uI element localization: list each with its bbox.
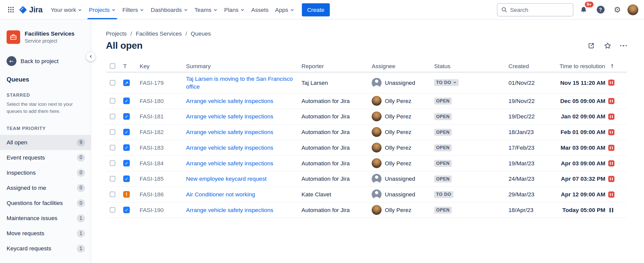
status-label: OPEN	[436, 208, 450, 212]
issue-summary-link[interactable]: Arrange vehicle safety inspections	[186, 128, 273, 136]
table-row: FASI-180 Arrange vehicle safety inspecti…	[106, 93, 627, 109]
back-to-project[interactable]: Back to project	[7, 56, 84, 66]
assignee-avatar	[372, 96, 382, 106]
issue-summary-link[interactable]: Arrange vehicle safety inspections	[186, 160, 273, 167]
issue-summary-link[interactable]: Taj Larsen is moving to the San Francisc…	[186, 75, 294, 90]
row-checkbox[interactable]	[110, 98, 116, 104]
issue-key: FASI-190	[140, 207, 164, 213]
topnav-item-label: Filters	[122, 6, 138, 13]
topnav-item-your-work[interactable]: Your work	[48, 0, 86, 19]
create-button[interactable]: Create	[302, 3, 330, 16]
status-lozenge[interactable]: OPEN	[434, 160, 452, 167]
share-export-button[interactable]	[587, 42, 595, 50]
time-to-resolution-value: Mar 03 09:00 AM	[561, 144, 605, 151]
queue-item-move-requests[interactable]: Move requests 1	[0, 226, 91, 241]
search-box[interactable]	[497, 3, 573, 16]
row-checkbox[interactable]	[110, 145, 116, 151]
back-arrow-icon	[7, 56, 16, 66]
queue-item-inspections[interactable]: Inspections 0	[0, 165, 91, 180]
column-header-created[interactable]: Created	[508, 63, 554, 69]
table-row: FASI-190 Arrange vehicle safety inspecti…	[106, 202, 627, 218]
issue-type-icon	[123, 191, 130, 198]
project-type: Service project	[25, 38, 74, 44]
time-to-resolution-value: Feb 01 09:00 AM	[561, 129, 605, 136]
topnav-item-plans[interactable]: Plans	[221, 0, 248, 19]
settings-button[interactable]: ⚙	[611, 3, 624, 16]
status-lozenge[interactable]: OPEN	[434, 175, 452, 182]
row-checkbox[interactable]	[110, 192, 116, 197]
row-checkbox[interactable]	[110, 114, 116, 119]
topnav-item-dashboards[interactable]: Dashboards	[147, 0, 191, 19]
row-checkbox[interactable]	[110, 207, 116, 213]
issue-key: FASI-181	[140, 113, 164, 120]
column-header-status[interactable]: Status	[434, 63, 508, 69]
topnav-item-assets[interactable]: Assets	[248, 0, 272, 19]
select-all-checkbox[interactable]	[110, 63, 116, 69]
issue-key: FASI-180	[140, 98, 164, 104]
time-to-resolution-value: Nov 15 11:20 AM	[560, 80, 606, 86]
sort-ascending-icon: ↑	[610, 63, 614, 69]
row-checkbox[interactable]	[110, 80, 116, 86]
time-to-resolution-value: Apr 12 09:00 AM	[561, 191, 605, 198]
help-button[interactable]	[594, 3, 607, 16]
queue-item-assigned-to-me[interactable]: Assigned to me 0	[0, 180, 91, 195]
status-lozenge[interactable]: OPEN	[434, 129, 452, 136]
column-header-key[interactable]: Key	[140, 63, 186, 69]
chevron-down-icon	[78, 8, 82, 12]
chevron-down-icon	[111, 8, 116, 12]
status-lozenge[interactable]: OPEN	[434, 97, 452, 104]
queue-item-label: Move requests	[7, 230, 44, 236]
queue-item-maintenance-issues[interactable]: Maintenance issues 1	[0, 211, 91, 226]
notifications-button[interactable]: 9+	[577, 3, 590, 16]
column-header-time-to-resolution[interactable]: Time to resolution ↑	[554, 63, 626, 69]
breadcrumb-item-queues[interactable]: Queues	[191, 30, 211, 37]
queue-item-keycard-requests[interactable]: Keycard requests 1	[0, 241, 91, 256]
queue-item-label: Inspections	[7, 169, 36, 176]
row-checkbox[interactable]	[110, 176, 116, 182]
status-lozenge[interactable]: OPEN	[434, 113, 452, 120]
star-button[interactable]	[604, 42, 611, 50]
issue-summary-link[interactable]: New employee keycard request	[186, 175, 267, 183]
search-input[interactable]	[510, 6, 569, 13]
status-label: OPEN	[436, 177, 450, 181]
column-header-type[interactable]: T	[122, 63, 140, 69]
topnav-item-apps[interactable]: Apps	[272, 0, 298, 19]
sla-icon	[608, 176, 614, 182]
column-header-summary[interactable]: Summary	[186, 63, 301, 69]
issue-type-icon	[123, 129, 130, 136]
project-sidebar: Facilities Services Service project Back…	[0, 20, 91, 263]
topnav-item-teams[interactable]: Teams	[191, 0, 221, 19]
sidebar-collapse-button[interactable]	[86, 52, 96, 62]
queue-item-event-requests[interactable]: Event requests 0	[0, 150, 91, 165]
more-actions-button[interactable]	[620, 43, 627, 48]
queue-item-questions-for-facilities[interactable]: Questions for facilities 0	[0, 195, 91, 211]
column-header-reporter[interactable]: Reporter	[301, 63, 372, 69]
status-lozenge[interactable]: OPEN	[434, 206, 452, 214]
column-header-assignee[interactable]: Assignee	[372, 63, 434, 69]
table-row: FASI-181 Arrange vehicle safety inspecti…	[106, 109, 627, 125]
queue-item-all-open[interactable]: All open 9	[0, 135, 91, 150]
row-checkbox[interactable]	[110, 129, 116, 135]
issue-summary-link[interactable]: Air Conditioner not working	[186, 191, 255, 198]
time-to-resolution-value: Apr 03 09:00 AM	[561, 160, 605, 167]
user-avatar[interactable]	[628, 4, 638, 15]
jira-logo[interactable]: Jira	[19, 5, 43, 14]
row-checkbox[interactable]	[110, 161, 116, 166]
status-lozenge[interactable]: TO DO	[434, 191, 453, 198]
table-row: FASI-186 Air Conditioner not working Kat…	[106, 187, 627, 202]
assignee-avatar	[372, 205, 382, 215]
page-actions	[587, 42, 627, 50]
breadcrumb-item-facilities-services[interactable]: Facilities Services	[136, 30, 182, 37]
assignee-name: Olly Perez	[385, 129, 411, 136]
issue-summary-link[interactable]: Arrange vehicle safety inspections	[186, 144, 273, 152]
topnav-item-filters[interactable]: Filters	[119, 0, 147, 19]
time-to-resolution-value: Jan 02 09:00 AM	[561, 113, 605, 120]
status-lozenge[interactable]: OPEN	[434, 144, 452, 151]
issue-summary-link[interactable]: Arrange vehicle safety inspections	[186, 206, 273, 214]
topnav-item-projects[interactable]: Projects	[85, 0, 119, 19]
issue-summary-link[interactable]: Arrange vehicle safety inspections	[186, 113, 273, 120]
status-lozenge[interactable]: TO DO	[434, 79, 459, 86]
issue-summary-link[interactable]: Arrange vehicle safety inspections	[186, 97, 273, 105]
app-switcher-button[interactable]	[4, 3, 17, 16]
breadcrumb-item-projects[interactable]: Projects	[106, 30, 127, 37]
